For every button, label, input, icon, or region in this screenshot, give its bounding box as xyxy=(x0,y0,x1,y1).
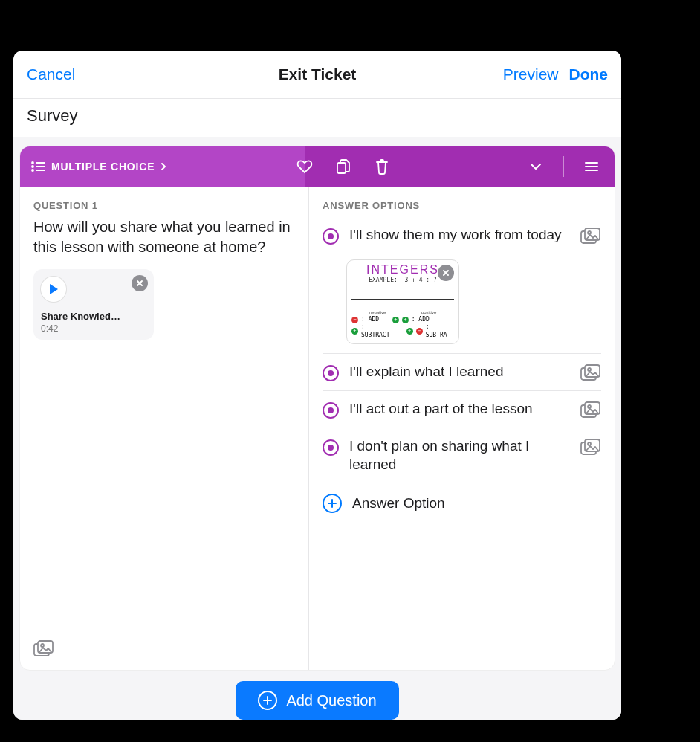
svg-point-0 xyxy=(32,162,33,164)
thumb-numberline xyxy=(351,285,454,308)
question-type-button[interactable]: MULTIPLE CHOICE xyxy=(30,161,166,172)
reorder-handle[interactable] xyxy=(576,161,607,172)
play-button[interactable] xyxy=(41,277,66,302)
media-duration: 0:42 xyxy=(41,323,146,334)
answer-option-text[interactable]: I'll act out a part of the lesson xyxy=(349,400,570,419)
plus-icon xyxy=(323,494,342,513)
answer-option-2: I'll explain what I learned xyxy=(323,354,601,391)
svg-point-4 xyxy=(32,170,33,171)
add-option-media-button[interactable] xyxy=(580,228,601,244)
hamburger-icon xyxy=(584,161,599,172)
list-icon xyxy=(30,161,45,172)
add-option-media-button[interactable] xyxy=(580,401,601,418)
page-title: Exit Ticket xyxy=(279,65,357,83)
add-question-label: Add Question xyxy=(286,692,376,709)
answer-option-image[interactable]: INTEGERS EXAMPLE: -3 + 4 : ? negative po… xyxy=(346,259,459,344)
delete-button[interactable] xyxy=(366,158,398,175)
answer-option-3: I'll act out a part of the lesson xyxy=(323,391,601,428)
answer-option-text[interactable]: I don't plan on sharing what I learned xyxy=(349,437,570,474)
add-answer-option-label: Answer Option xyxy=(352,495,445,512)
media-icon xyxy=(580,228,601,244)
radio-icon[interactable] xyxy=(323,365,339,381)
separator xyxy=(563,156,564,177)
plus-icon xyxy=(258,691,277,710)
card-header: MULTIPLE CHOICE xyxy=(20,146,615,187)
preview-button[interactable]: Preview xyxy=(503,65,559,83)
done-button[interactable]: Done xyxy=(569,65,609,83)
add-question-button[interactable]: Add Question xyxy=(236,681,398,720)
question-text[interactable]: How will you share what you learned in t… xyxy=(33,217,295,257)
navbar: Cancel Exit Ticket Preview Done xyxy=(13,51,621,99)
question-column: QUESTION 1 How will you share what you l… xyxy=(20,187,309,670)
chevron-down-icon xyxy=(530,163,542,170)
remove-option-image-button[interactable] xyxy=(438,265,454,281)
question-card: MULTIPLE CHOICE xyxy=(19,146,615,671)
editor-sheet: Cancel Exit Ticket Preview Done Survey xyxy=(13,51,621,720)
answers-column: ANSWER OPTIONS I'll show them my work fr… xyxy=(309,187,615,670)
thumb-rows: −: ADD ++: ADD +: SUBTRACT +−: SUBTRA xyxy=(347,314,458,341)
answers-label: ANSWER OPTIONS xyxy=(323,200,601,211)
add-option-media-button[interactable] xyxy=(580,439,601,455)
media-name: Share Knowled… xyxy=(41,311,146,322)
answer-option-text[interactable]: I'll explain what I learned xyxy=(349,363,570,381)
collapse-button[interactable] xyxy=(520,163,551,170)
add-option-media-button[interactable] xyxy=(580,364,601,381)
radio-icon[interactable] xyxy=(323,439,339,456)
close-icon xyxy=(442,269,450,277)
duplicate-icon xyxy=(336,158,351,175)
add-question-media-button[interactable] xyxy=(33,640,54,656)
svg-point-2 xyxy=(32,166,33,167)
card-area: MULTIPLE CHOICE xyxy=(13,137,621,720)
radio-icon[interactable] xyxy=(323,228,339,245)
heart-icon xyxy=(296,159,313,174)
duplicate-button[interactable] xyxy=(328,158,359,175)
card-body: QUESTION 1 How will you share what you l… xyxy=(20,187,615,670)
question-media-chip[interactable]: Share Knowled… 0:42 xyxy=(33,269,154,340)
radio-icon[interactable] xyxy=(323,402,339,419)
question-type-label: MULTIPLE CHOICE xyxy=(51,161,155,172)
svg-rect-6 xyxy=(337,163,346,173)
close-icon xyxy=(136,280,143,287)
answer-option-4: I don't plan on sharing what I learned xyxy=(323,428,601,483)
svg-marker-10 xyxy=(50,284,58,294)
cancel-button[interactable]: Cancel xyxy=(27,65,75,83)
assessment-title-value: Survey xyxy=(27,106,77,125)
media-icon xyxy=(580,439,601,455)
answer-option-text[interactable]: I'll show them my work from today xyxy=(349,226,570,245)
media-icon xyxy=(33,640,54,656)
answer-option-1: I'll show them my work from today xyxy=(323,217,601,354)
trash-icon xyxy=(375,158,389,175)
assessment-title-field[interactable]: Survey xyxy=(13,99,621,137)
chevron-right-icon xyxy=(161,162,166,171)
remove-media-button[interactable] xyxy=(132,275,148,291)
favorite-button[interactable] xyxy=(289,159,320,174)
media-icon xyxy=(580,364,601,381)
media-icon xyxy=(580,401,601,418)
play-icon xyxy=(48,283,59,295)
question-label: QUESTION 1 xyxy=(33,200,295,211)
add-answer-option-button[interactable]: Answer Option xyxy=(323,483,601,516)
